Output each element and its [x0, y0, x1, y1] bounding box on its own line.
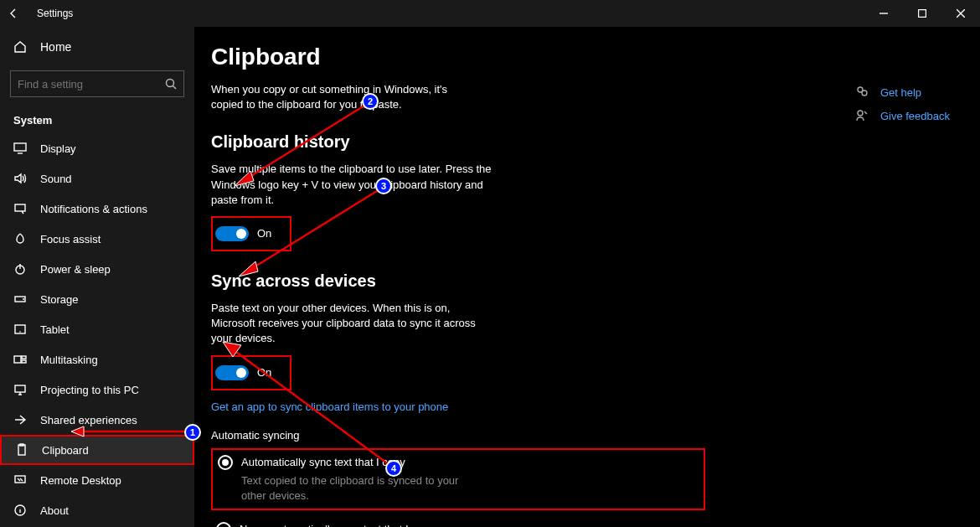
- radio-label: Never automatically sync text that I cop…: [240, 523, 435, 527]
- sync-desc: Paste text on your other devices. When t…: [211, 301, 496, 347]
- help-icon: [855, 85, 869, 99]
- sidebar-item-label: Sound: [40, 173, 72, 185]
- search-input[interactable]: [10, 70, 184, 97]
- focus-assist-icon: [13, 232, 27, 245]
- sidebar-item-power[interactable]: Power & sleep: [0, 254, 194, 284]
- sidebar: Home System Display Sound Notifications …: [0, 27, 194, 527]
- sound-icon: [13, 172, 27, 185]
- radio-icon: [216, 522, 231, 527]
- svg-rect-2: [14, 143, 26, 151]
- shared-icon: [13, 413, 27, 426]
- svg-rect-0: [919, 10, 926, 18]
- sidebar-item-notifications[interactable]: Notifications & actions: [0, 194, 194, 224]
- sidebar-item-projecting[interactable]: Projecting to this PC: [0, 375, 194, 405]
- svg-rect-9: [14, 356, 21, 363]
- annotation-marker: 2: [362, 93, 379, 110]
- sidebar-item-label: Shared experiences: [40, 414, 137, 426]
- sidebar-item-display[interactable]: Display: [0, 133, 194, 163]
- radio-auto-sync[interactable]: Automatically sync text that I copy Text…: [211, 448, 705, 510]
- svg-rect-15: [15, 476, 25, 483]
- minimize-button[interactable]: [864, 0, 903, 27]
- svg-point-1: [167, 80, 174, 87]
- auto-sync-label: Automatic syncing: [211, 429, 705, 442]
- notifications-icon: [13, 202, 27, 215]
- sidebar-item-label: Projecting to this PC: [40, 384, 139, 396]
- sidebar-item-label: Power & sleep: [40, 263, 111, 276]
- svg-point-8: [19, 331, 21, 333]
- maximize-button[interactable]: [903, 0, 941, 27]
- annotation-marker: 3: [375, 178, 392, 194]
- sync-toggle[interactable]: [215, 365, 249, 380]
- svg-point-6: [23, 298, 24, 300]
- sync-app-link[interactable]: Get an app to sync clipboard items to yo…: [211, 400, 448, 413]
- projecting-icon: [13, 383, 27, 396]
- svg-rect-3: [15, 204, 25, 211]
- back-button[interactable]: [0, 0, 27, 27]
- annotation-marker: 1: [184, 424, 201, 441]
- sidebar-item-label: Remote Desktop: [40, 474, 121, 487]
- give-feedback-link[interactable]: Give feedback: [855, 109, 950, 122]
- sidebar-item-label: Tablet: [40, 323, 70, 336]
- home-link[interactable]: Home: [0, 30, 194, 64]
- close-button[interactable]: [941, 0, 980, 27]
- sync-heading: Sync across devices: [211, 271, 705, 291]
- svg-rect-10: [22, 356, 26, 359]
- tablet-icon: [13, 323, 27, 336]
- home-icon: [13, 40, 27, 54]
- svg-rect-12: [15, 385, 25, 392]
- svg-rect-11: [22, 360, 26, 363]
- history-heading: Clipboard history: [211, 132, 705, 152]
- svg-point-18: [862, 90, 867, 96]
- radio-desc: Text copied to the clipboard is synced t…: [241, 473, 484, 504]
- sidebar-item-label: Multitasking: [40, 354, 98, 366]
- clipboard-icon: [15, 443, 28, 457]
- sidebar-item-remote[interactable]: Remote Desktop: [0, 465, 194, 495]
- sidebar-item-label: Display: [40, 142, 76, 155]
- search-icon: [165, 78, 177, 90]
- radio-icon: [218, 455, 233, 470]
- multitasking-icon: [13, 353, 27, 366]
- about-icon: [13, 504, 27, 517]
- svg-rect-13: [18, 445, 25, 455]
- svg-point-19: [858, 111, 863, 116]
- sidebar-item-storage[interactable]: Storage: [0, 284, 194, 314]
- history-desc: Save multiple items to the clipboard to …: [211, 162, 496, 208]
- app-title: Settings: [37, 8, 73, 19]
- home-label: Home: [40, 40, 71, 54]
- sidebar-item-clipboard[interactable]: Clipboard: [0, 435, 194, 465]
- radio-label: Automatically sync text that I copy: [241, 456, 405, 468]
- history-toggle-state: On: [257, 227, 271, 240]
- sidebar-item-label: Clipboard: [42, 444, 89, 457]
- sidebar-item-label: About: [40, 504, 69, 517]
- sidebar-item-multitasking[interactable]: Multitasking: [0, 344, 194, 375]
- sync-toggle-state: On: [257, 366, 271, 379]
- sidebar-item-shared[interactable]: Shared experiences: [0, 405, 194, 435]
- sidebar-item-about[interactable]: About: [0, 495, 194, 525]
- sidebar-item-label: Storage: [40, 293, 79, 306]
- page-intro: When you copy or cut something in Window…: [211, 82, 479, 112]
- sidebar-item-tablet[interactable]: Tablet: [0, 314, 194, 344]
- annotation-marker: 4: [385, 460, 402, 477]
- feedback-icon: [855, 109, 869, 122]
- radio-never-sync[interactable]: Never automatically sync text that I cop…: [211, 517, 705, 527]
- page-title: Clipboard: [211, 44, 705, 70]
- sidebar-item-sound[interactable]: Sound: [0, 163, 194, 194]
- display-icon: [13, 142, 27, 155]
- storage-icon: [13, 292, 27, 306]
- remote-icon: [13, 473, 27, 487]
- sidebar-item-label: Notifications & actions: [40, 203, 147, 215]
- category-label: System: [0, 104, 194, 133]
- sidebar-item-label: Focus assist: [40, 233, 101, 245]
- power-icon: [13, 262, 27, 276]
- sidebar-item-focus-assist[interactable]: Focus assist: [0, 224, 194, 254]
- history-toggle[interactable]: [215, 226, 249, 241]
- get-help-link[interactable]: Get help: [855, 85, 950, 99]
